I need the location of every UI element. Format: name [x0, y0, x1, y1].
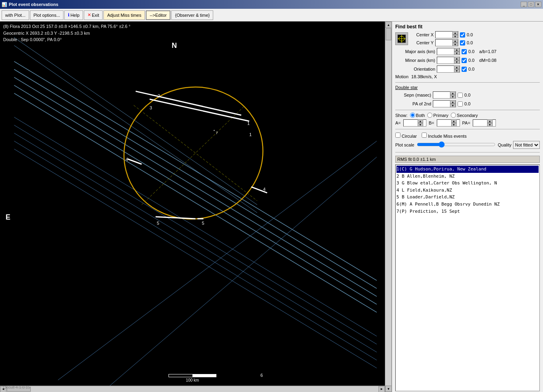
toolbar: with Plot... Plot options... ℹ Help ✕ Ex…	[0, 9, 543, 22]
obs-item[interactable]: 6(M) A Pennell,B Begg Obsrvy Dunedin NZ	[396, 201, 539, 208]
obs-item[interactable]: 1(C) G Hudson,Porirua, New Zealand	[396, 166, 539, 173]
pa-down[interactable]: ▼	[487, 123, 493, 127]
quality-select[interactable]: Not fitted Poor Good Excellent	[513, 141, 540, 149]
scroll-down-button[interactable]: ▼	[385, 386, 392, 392]
scroll-track[interactable]	[6, 386, 379, 392]
center-y-value[interactable]: 95.3	[436, 40, 452, 45]
observer-time-button[interactable]: {Observer & time}	[171, 10, 213, 20]
svg-text:7: 7	[216, 131, 218, 135]
vertical-scrollbar[interactable]: ▲ ▼	[385, 22, 391, 392]
find-best-fit-icon[interactable]	[395, 32, 408, 45]
sepn-input[interactable]: 0.0 ▲ ▼	[433, 91, 456, 99]
show-both-label[interactable]: Both	[410, 113, 425, 118]
show-primary-radio[interactable]	[427, 113, 432, 118]
horizontal-scrollbar[interactable]: ◄ ►	[0, 386, 385, 392]
with-plot-button[interactable]: with Plot...	[2, 10, 29, 20]
show-secondary-label[interactable]: Secondary	[451, 113, 478, 118]
sepn-down[interactable]: ▼	[450, 95, 456, 99]
minimize-button[interactable]: _	[521, 2, 527, 7]
minor-axis-down[interactable]: ▼	[454, 60, 460, 64]
show-secondary-radio[interactable]	[451, 113, 456, 118]
b-down[interactable]: ▼	[451, 123, 457, 127]
b-up[interactable]: ▲	[451, 119, 457, 123]
plot-scale-slider-wrap[interactable]	[417, 141, 495, 148]
pa-2nd-up[interactable]: ▲	[450, 100, 456, 104]
help-button[interactable]: ℹ Help	[64, 10, 83, 20]
scroll-right-button[interactable]: ►	[379, 386, 385, 392]
a-down[interactable]: ▼	[418, 123, 423, 127]
center-y-down[interactable]: ▼	[452, 43, 458, 46]
obs-item[interactable]: 2 B Allen,Blenheim, NZ	[396, 173, 539, 180]
svg-text:3: 3	[150, 105, 152, 110]
sepn-value[interactable]: 0.0	[433, 93, 450, 97]
orientation-up[interactable]: ▲	[454, 65, 460, 69]
obs-item[interactable]: 5 B Loader,Darfield,NZ	[396, 194, 539, 201]
plot-scale-slider[interactable]	[417, 141, 495, 148]
pa-2nd-down[interactable]: ▼	[450, 104, 456, 107]
center-x-input[interactable]: -1.3 ▲ ▼	[435, 31, 458, 38]
obs-item[interactable]: 3 G Blow etal,Carter Obs Wellington, N	[396, 180, 539, 187]
orientation-value[interactable]: 75.6	[437, 67, 454, 71]
major-axis-input[interactable]: 157.0 ▲ ▼	[437, 48, 460, 55]
show-label: Show:	[395, 113, 408, 118]
center-x-checkbox[interactable]	[460, 32, 465, 38]
minor-axis-input[interactable]: 146.5 ▲ ▼	[437, 57, 460, 64]
orientation-checkbox[interactable]	[462, 67, 467, 72]
orientation-down[interactable]: ▼	[454, 69, 460, 73]
a-up[interactable]: ▲	[418, 119, 423, 123]
minor-axis-value[interactable]: 146.5	[437, 58, 454, 63]
include-miss-label[interactable]: Include Miss events	[422, 133, 467, 139]
center-x-value[interactable]: -1.3	[436, 32, 452, 37]
pa-value[interactable]: 0.0	[473, 121, 487, 125]
include-miss-checkbox[interactable]	[422, 133, 427, 138]
center-y-up[interactable]: ▲	[452, 39, 458, 43]
orientation-input[interactable]: 75.6 ▲ ▼	[437, 65, 460, 73]
circular-label[interactable]: Circular	[395, 133, 417, 139]
sepn-up[interactable]: ▲	[450, 91, 456, 95]
obs-item[interactable]: 4 L Field,Kaikoura,NZ	[396, 187, 539, 194]
maximize-button[interactable]: □	[528, 2, 534, 7]
minor-axis-checkbox[interactable]	[462, 58, 467, 63]
scroll-thumb-vertical[interactable]	[386, 28, 391, 40]
b-input[interactable]: 0.0 ▲ ▼	[437, 119, 460, 127]
major-axis-fixed: 0.0	[468, 49, 474, 54]
major-axis-down[interactable]: ▼	[454, 51, 460, 55]
sepn-checkbox[interactable]	[458, 93, 463, 98]
center-x-down[interactable]: ▼	[452, 35, 458, 38]
pa-input[interactable]: 0.0 ▲ ▼	[473, 119, 496, 127]
center-y-checkbox[interactable]	[460, 40, 465, 46]
observations-list[interactable]: 1(C) G Hudson,Porirua, New Zealand2 B Al…	[395, 164, 540, 391]
major-axis-up[interactable]: ▲	[454, 48, 460, 51]
right-panel: Find best fit Center X -1.3	[391, 22, 543, 392]
plot-area[interactable]: (8) Flora 2013 Oct 25 157.0 ±0.8 ×146.5 …	[0, 22, 385, 392]
center-y-input[interactable]: 95.3 ▲ ▼	[435, 39, 458, 46]
window-controls[interactable]: _ □ ✕	[521, 2, 541, 7]
center-x-up[interactable]: ▲	[452, 31, 458, 35]
show-primary-label[interactable]: Primary	[427, 113, 448, 118]
show-both-text: Both	[416, 113, 425, 118]
b-value[interactable]: 0.0	[437, 121, 451, 125]
circular-checkbox[interactable]	[395, 133, 400, 138]
pa-2nd-value[interactable]: 0.0	[433, 101, 450, 106]
scroll-track-vertical[interactable]	[385, 28, 391, 386]
pa-2nd-input[interactable]: 0.0 ▲ ▼	[433, 100, 456, 107]
obs-item[interactable]: 7(P) Prediction, 15 Sept	[396, 208, 539, 215]
scroll-up-button[interactable]: ▲	[385, 22, 392, 28]
plot-options-button[interactable]: Plot options...	[30, 10, 64, 20]
plot-scale-row: Plot scale Quality Not fitted Poor Good …	[392, 140, 543, 150]
major-axis-checkbox[interactable]	[462, 49, 467, 54]
close-button[interactable]: ✕	[535, 2, 541, 7]
adjust-miss-times-button[interactable]: Adjust Miss times	[103, 10, 145, 20]
minor-axis-up[interactable]: ▲	[454, 57, 460, 60]
a-input[interactable]: 0.0 ▲ ▼	[403, 119, 426, 127]
pa-up[interactable]: ▲	[487, 119, 493, 123]
editor-button[interactable]: -->Editor	[146, 10, 171, 20]
a-value[interactable]: 0.0	[404, 121, 418, 125]
major-axis-value[interactable]: 157.0	[437, 49, 454, 54]
show-both-radio[interactable]	[410, 113, 415, 118]
pa-2nd-checkbox[interactable]	[458, 101, 463, 107]
show-primary-text: Primary	[433, 113, 448, 118]
plot-info: (8) Flora 2013 Oct 25 157.0 ±0.8 ×146.5 …	[3, 23, 131, 43]
exit-button[interactable]: ✕ Exit	[84, 10, 103, 20]
plot-info-line3: Double : Sep 0.0000", PA 0.0°	[3, 36, 131, 43]
